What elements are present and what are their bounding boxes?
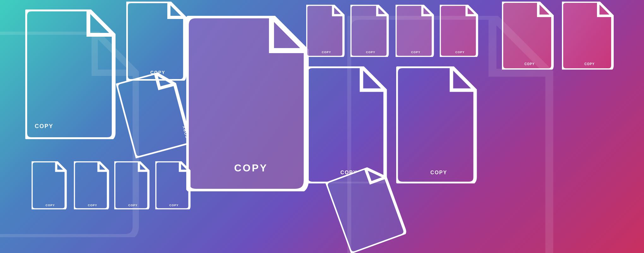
file-icon-right-top-1: COPY [306, 5, 347, 57]
file-label-right-top-4: COPY [455, 51, 465, 54]
canvas: COPY COPY COPY COPY [0, 0, 644, 253]
file-label-large-right-2: COPY [430, 170, 447, 176]
file-label-right-top-3: COPY [411, 51, 420, 54]
file-label-right-top-2: COPY [366, 51, 375, 54]
file-label-hero: COPY [234, 162, 268, 174]
file-icon-large-left: COPY [25, 9, 120, 139]
file-icon-small-3: COPY [114, 161, 152, 209]
file-icon-far-right-2: COPY [562, 2, 617, 70]
file-label-far-right-1: COPY [524, 62, 534, 66]
file-icon-medium-top: COPY [126, 2, 189, 81]
file-label-small-1: COPY [45, 204, 55, 207]
file-label-small-4: COPY [169, 204, 179, 207]
file-icon-small-1: COPY [32, 161, 69, 209]
file-label-far-right-2: COPY [584, 62, 594, 66]
file-icon-right-top-4: COPY [440, 5, 480, 57]
file-label-small-2: COPY [88, 204, 97, 207]
file-icon-far-right-1: COPY [502, 2, 557, 70]
file-icon-large-center: COPY [186, 16, 316, 191]
file-label-large-left: COPY [35, 123, 53, 130]
file-icon-right-top-3: COPY [396, 5, 436, 57]
file-icon-small-4: COPY [155, 161, 193, 209]
file-label-small-3: COPY [128, 204, 138, 207]
file-icon-right-top-2: COPY [350, 5, 391, 57]
file-label-right-top-1: COPY [322, 51, 331, 54]
file-icon-small-2: COPY [74, 161, 111, 209]
file-icon-medium-rotated: COPY [116, 68, 195, 158]
file-icon-large-right-2: COPY [396, 66, 481, 183]
